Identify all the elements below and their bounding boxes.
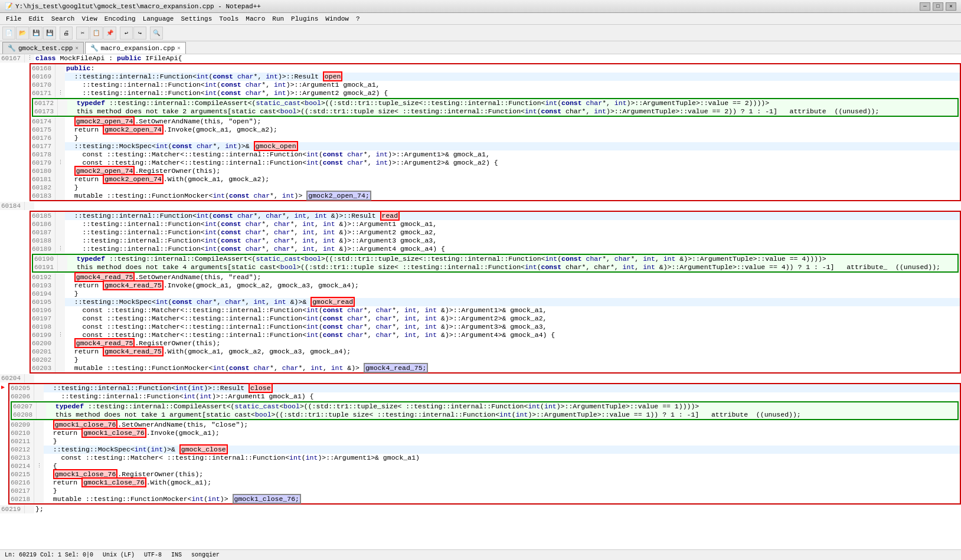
line-60186: 60186 ::testing::internal::Function<int(… — [31, 220, 960, 228]
status-encoding: UTF-8 — [144, 552, 162, 558]
menu-encoding[interactable]: Encoding — [101, 14, 139, 24]
find-button[interactable]: 🔍 — [150, 27, 163, 40]
tab-close-gmock[interactable]: ✕ — [75, 45, 78, 51]
save-button[interactable]: 💾 — [30, 27, 43, 40]
line-60182: 60182 } — [31, 184, 960, 192]
line-60207: 60207 typedef ::testing::internal::Compi… — [12, 402, 957, 411]
line-60196: 60196 const ::testing::Matcher<::testing… — [31, 306, 960, 315]
tab-icon: 🔧 — [8, 44, 16, 52]
code-area[interactable]: 60167 ⋮ class MockFileApi : public IFile… — [0, 54, 961, 549]
line-60215: 60215 gmock1_close_76.RegisterOwner(this… — [9, 470, 960, 479]
line-60191: 60191 this method does not take 4 argume… — [33, 263, 957, 271]
menu-macro[interactable]: Macro — [242, 14, 269, 24]
minimize-button[interactable]: — — [920, 2, 930, 11]
menu-view[interactable]: View — [78, 14, 100, 24]
tab-icon-active: 🔧 — [90, 44, 99, 52]
menu-edit[interactable]: Edit — [25, 14, 47, 24]
menu-settings[interactable]: Settings — [177, 14, 215, 24]
maximize-button[interactable]: □ — [933, 2, 943, 11]
status-unix: Unix (LF) — [103, 552, 135, 558]
menu-help[interactable]: ? — [352, 14, 364, 24]
window-title: Y:\hjs_test\googltut\gmock_test\macro_ex… — [15, 3, 261, 10]
menu-file[interactable]: File — [2, 14, 25, 24]
copy-button[interactable]: 📋 — [90, 27, 103, 40]
toolbar: 📄 📂 💾 💾 🖨 ✂ 📋 📌 ↩ ↪ 🔍 — [0, 25, 961, 41]
menu-search[interactable]: Search — [48, 14, 79, 24]
save-all-button[interactable]: 💾 — [43, 27, 56, 40]
line-60202: 60202 } — [31, 356, 960, 364]
line-60178: 60178 const ::testing::Matcher<::testing… — [31, 150, 960, 159]
line-60184: 60184 — [0, 202, 961, 210]
print-button[interactable]: 🖨 — [60, 27, 73, 40]
line-60193: 60193 return gmock4_read_75.Invoke(gmock… — [31, 281, 960, 290]
line-60206: 60206 ::testing::internal::Function<int(… — [9, 392, 960, 401]
line-60181: 60181 return gmock2_open_74.With(gmock_a… — [31, 175, 960, 184]
line-60212: 60212 ::testing::MockSpec<int(int)>& gmo… — [9, 446, 960, 454]
status-user: songqier — [191, 552, 220, 558]
line-60170: 60170 ::testing::internal::Function<int(… — [31, 81, 960, 89]
line-60208: 60208 this method does not take 1 argume… — [12, 411, 957, 419]
line-60213: 60213 const ::testing::Matcher< ::testin… — [9, 454, 960, 462]
line-60167: 60167 ⋮ class MockFileApi : public IFile… — [0, 54, 961, 63]
line-60195: 60195 ::testing::MockSpec<int(const char… — [31, 298, 960, 306]
menu-plugins[interactable]: Plugins — [287, 14, 322, 24]
tab-macro-expansion[interactable]: 🔧 macro_expansion.cpp ✕ — [85, 42, 186, 54]
tab-bar: 🔧 gmock_test.cpp ✕ 🔧 macro_expansion.cpp… — [0, 41, 961, 54]
line-60198: 60198 const ::testing::Matcher<::testing… — [31, 323, 960, 331]
line-60200: 60200 gmock4_read_75.RegisterOwner(this)… — [31, 339, 960, 348]
line-60183: 60183 mutable ::testing::FunctionMocker<… — [31, 192, 960, 200]
tab-label: gmock_test.cpp — [18, 45, 73, 52]
line-60190: 60190 typedef ::testing::internal::Compi… — [33, 255, 957, 263]
tab-close-macro[interactable]: ✕ — [177, 45, 180, 51]
line-60214: 60214 ⋮ { — [9, 462, 960, 470]
line-60218: 60218 mutable ::testing::FunctionMocker<… — [9, 495, 960, 503]
title-bar: 📝 Y:\hjs_test\googltut\gmock_test\macro_… — [0, 0, 961, 13]
green-block-3: 60207 typedef ::testing::internal::Compi… — [11, 401, 959, 420]
section-read: 60185 ::testing::internal::Function<int(… — [30, 211, 961, 374]
line-60173: 60173 this method does not take 2 argume… — [33, 107, 957, 116]
line-60192: 60192 gmock4_read_75.SetOwnerAndName(thi… — [31, 273, 960, 281]
app-icon: 📝 — [5, 2, 13, 10]
line-60194: 60194 } — [31, 290, 960, 298]
line-60185: 60185 ::testing::internal::Function<int(… — [31, 212, 960, 220]
section-open: 60168 public: 60169 ::testing::internal:… — [30, 63, 961, 201]
line-60209: 60209 gmock1_close_76.SetOwnerAndName(th… — [9, 421, 960, 429]
line-60217: 60217 } — [9, 487, 960, 495]
green-block-2: 60190 typedef ::testing::internal::Compi… — [32, 254, 959, 273]
line-60175: 60175 return gmock2_open_74.Invoke(gmock… — [31, 126, 960, 134]
redo-button[interactable]: ↪ — [133, 27, 146, 40]
section-close-wrapper: ▶ 60205 ::testing::internal::Function<in… — [0, 382, 961, 505]
menu-run[interactable]: Run — [269, 14, 287, 24]
menu-tools[interactable]: Tools — [215, 14, 242, 24]
new-button[interactable]: 📄 — [2, 27, 15, 40]
paste-button[interactable]: 📌 — [103, 27, 116, 40]
line-60168: 60168 public: — [31, 64, 960, 73]
line-60210: 60210 return gmock1_close_76.Invoke(gmoc… — [9, 429, 960, 437]
open-button[interactable]: 📂 — [16, 27, 29, 40]
line-60205: 60205 ::testing::internal::Function<int(… — [9, 384, 960, 392]
menu-window[interactable]: Window — [322, 14, 352, 24]
line-60171: 60171 ⋮ ::testing::internal::Function<in… — [31, 89, 960, 97]
line-60203: 60203 mutable ::testing::FunctionMocker<… — [31, 364, 960, 372]
line-60211: 60211 } — [9, 437, 960, 446]
tab-label-active: macro_expansion.cpp — [101, 45, 175, 52]
menu-bar: File Edit Search View Encoding Language … — [0, 13, 961, 25]
line-60197: 60197 const ::testing::Matcher<::testing… — [31, 315, 960, 323]
line-60180: 60180 gmock2_open_74.RegisterOwner(this)… — [31, 167, 960, 175]
line-60199: 60199 ⋮ const ::testing::Matcher<::testi… — [31, 331, 960, 339]
line-60204: 60204 — [0, 374, 961, 382]
line-60179: 60179 ⋮ const ::testing::Matcher<::testi… — [31, 159, 960, 167]
line-60216: 60216 return gmock1_close_76.With(gmock_… — [9, 479, 960, 487]
line-60189: 60189 ⋮ ::testing::internal::Function<in… — [31, 245, 960, 253]
tab-gmock-test[interactable]: 🔧 gmock_test.cpp ✕ — [2, 42, 84, 54]
undo-button[interactable]: ↩ — [120, 27, 133, 40]
close-button[interactable]: ✕ — [946, 2, 956, 11]
green-block-1: 60172 typedef ::testing::internal::Compi… — [32, 98, 959, 117]
cut-button[interactable]: ✂ — [76, 27, 89, 40]
status-text: Ln: 60219 Col: 1 Sel: 0|0 — [5, 552, 93, 558]
line-60219: 60219 }; — [0, 505, 961, 513]
line-60176: 60176 } — [31, 134, 960, 142]
line-60187: 60187 ::testing::internal::Function<int(… — [31, 228, 960, 237]
status-bar: Ln: 60219 Col: 1 Sel: 0|0 Unix (LF) UTF-… — [0, 549, 961, 560]
menu-language[interactable]: Language — [139, 14, 178, 24]
